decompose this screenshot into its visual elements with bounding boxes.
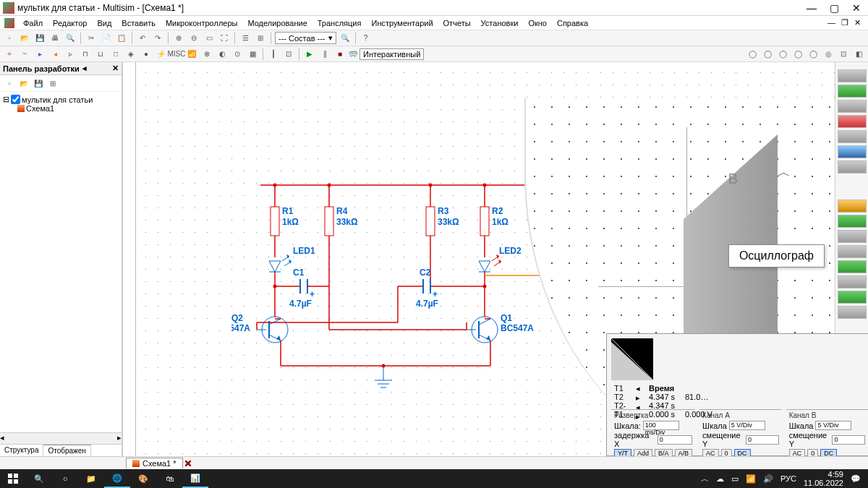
stop-button[interactable]: ■: [333, 48, 346, 61]
copy-icon[interactable]: 📄: [100, 32, 113, 45]
new-icon[interactable]: ▫: [3, 32, 16, 45]
menu-simulate[interactable]: Моделирование: [243, 17, 311, 29]
tray-clock[interactable]: 4:5911.06.2022: [804, 470, 843, 487]
instrument-agilent-fg[interactable]: [838, 306, 867, 319]
misc-icon[interactable]: MISC: [170, 48, 183, 61]
instrument-iv[interactable]: [838, 245, 867, 258]
tab-close-icon[interactable]: 🗙: [184, 459, 192, 468]
chb-0-button[interactable]: 0: [807, 449, 818, 456]
chb-dc-button[interactable]: DC: [820, 449, 837, 456]
tab-structure[interactable]: Структура: [0, 445, 43, 456]
menu-window[interactable]: Окно: [524, 17, 551, 29]
cmos-icon[interactable]: ⊔: [94, 48, 107, 61]
zoom-fit-icon[interactable]: ⛶: [218, 32, 231, 45]
tray-battery-icon[interactable]: ▭: [731, 474, 739, 484]
instrument-oscilloscope[interactable]: [838, 115, 867, 128]
instrument-multimeter[interactable]: [838, 69, 867, 82]
yt-button[interactable]: Y/T: [614, 449, 631, 456]
cha-offset-input[interactable]: 0: [746, 435, 779, 445]
panel-arrow-icon[interactable]: ◂: [82, 64, 87, 73]
instrument-word-gen[interactable]: [838, 200, 867, 213]
tree-open-icon[interactable]: 📂: [17, 77, 30, 90]
taskbar-chrome-icon[interactable]: 🌐: [104, 469, 130, 488]
undo-icon[interactable]: ↶: [136, 32, 149, 45]
config-icon[interactable]: ⊞: [254, 32, 267, 45]
chb-ac-button[interactable]: AC: [789, 449, 806, 456]
run-button[interactable]: ▶: [303, 48, 316, 61]
electro-icon[interactable]: ⊗: [200, 48, 213, 61]
cha-0-button[interactable]: 0: [721, 449, 732, 456]
instrument-logic-conv[interactable]: [838, 230, 867, 243]
open-icon[interactable]: 📂: [18, 32, 31, 45]
sim-mode-combo[interactable]: Интерактивный: [359, 48, 424, 60]
menu-edit[interactable]: Редактор: [48, 17, 91, 29]
tab-display[interactable]: Отображен: [43, 445, 90, 456]
taskbar-search-icon[interactable]: 🔍: [26, 469, 52, 488]
instrument-spectrum[interactable]: [838, 275, 867, 288]
panel-close-icon[interactable]: ✕: [112, 64, 119, 73]
print-icon[interactable]: 🖶: [48, 32, 61, 45]
pause-button[interactable]: ‖: [318, 48, 331, 61]
taskbar-explorer-icon[interactable]: 📁: [78, 469, 104, 488]
cha-scale-input[interactable]: 5 V/Div: [729, 421, 765, 430]
instr5-icon[interactable]: ◯: [807, 48, 820, 61]
mcu-icon[interactable]: ▦: [246, 48, 259, 61]
tray-lang[interactable]: РУС: [780, 474, 796, 483]
instr7-icon[interactable]: ⊡: [837, 48, 850, 61]
zoom-in-icon[interactable]: ⊕: [172, 32, 185, 45]
transistor-icon[interactable]: ◂: [48, 48, 61, 61]
misc-digital-icon[interactable]: □: [109, 48, 122, 61]
taskbar-app2-icon[interactable]: 🛍: [156, 469, 182, 488]
zoom-out-icon[interactable]: ⊖: [187, 32, 200, 45]
doc-restore-button[interactable]: ❐: [841, 18, 848, 27]
taskbar-multisim-icon[interactable]: 📊: [182, 469, 208, 488]
tray-up-icon[interactable]: ︿: [701, 474, 709, 484]
instrument-distortion[interactable]: [838, 260, 867, 273]
tree-new-icon[interactable]: ▫: [3, 77, 16, 90]
cha-dc-button[interactable]: DC: [734, 449, 751, 456]
minimize-button[interactable]: —: [807, 2, 817, 14]
search-icon[interactable]: 🔍: [339, 32, 352, 45]
menu-file[interactable]: Файл: [19, 17, 47, 29]
ab-button[interactable]: A/B: [675, 449, 693, 456]
doc-close-button[interactable]: ✕: [854, 18, 861, 27]
chb-offset-input[interactable]: 0: [832, 435, 865, 445]
maximize-button[interactable]: ▢: [830, 2, 839, 14]
tree-save-icon[interactable]: 💾: [32, 77, 45, 90]
document-tab[interactable]: Схема1 *: [126, 458, 183, 468]
design-tree[interactable]: ⊟ мультик для статьи Схема1: [0, 92, 122, 432]
schematic-canvas[interactable]: R1 1kΩ R4 33kΩ R3 33kΩ R2: [123, 62, 868, 456]
mixed-icon[interactable]: ◈: [124, 48, 137, 61]
instrument-wattmeter[interactable]: [838, 100, 867, 113]
basic-icon[interactable]: ~: [18, 48, 31, 61]
add-button[interactable]: Add: [634, 449, 652, 456]
doc-minimize-button[interactable]: —: [827, 18, 835, 27]
menu-help[interactable]: Справка: [553, 17, 592, 29]
ttl-icon[interactable]: ⊓: [79, 48, 92, 61]
menu-tools[interactable]: Инструментарий: [367, 17, 437, 29]
diode-icon[interactable]: ▸: [33, 48, 46, 61]
zoom-area-icon[interactable]: ▭: [203, 32, 216, 45]
instrument-network[interactable]: [838, 291, 867, 304]
menu-options[interactable]: Установки: [477, 17, 523, 29]
menu-insert[interactable]: Вставить: [117, 17, 160, 29]
instr8-icon[interactable]: ◧: [852, 48, 865, 61]
tray-wifi-icon[interactable]: 📶: [746, 474, 756, 484]
indicator-icon[interactable]: ●: [140, 48, 153, 61]
redo-icon[interactable]: ↷: [151, 32, 164, 45]
connector-icon[interactable]: ⊙: [231, 48, 244, 61]
tray-cloud-icon[interactable]: ☁: [716, 474, 724, 484]
ni-icon[interactable]: ◐: [216, 48, 229, 61]
chb-scale-input[interactable]: 5 V/Div: [815, 421, 851, 430]
analog-icon[interactable]: ▹: [64, 48, 77, 61]
tray-notifications-icon[interactable]: 💬: [851, 474, 861, 484]
menu-transfer[interactable]: Трансляция: [313, 17, 366, 29]
power-icon[interactable]: ⚡: [155, 48, 168, 61]
tree-cfg-icon[interactable]: ⊞: [46, 77, 59, 90]
rf-icon[interactable]: 📶: [185, 48, 198, 61]
bus-icon[interactable]: ┃: [267, 48, 280, 61]
tree-root-checkbox[interactable]: [11, 95, 20, 104]
instrument-bode[interactable]: [838, 145, 867, 158]
oscilloscope-panel[interactable]: T1T2T2-T1 ◂ ▸◂ ▸ Время 4.347 s4.347 s0.0…: [606, 333, 868, 456]
menu-reports[interactable]: Отчеты: [439, 17, 475, 29]
